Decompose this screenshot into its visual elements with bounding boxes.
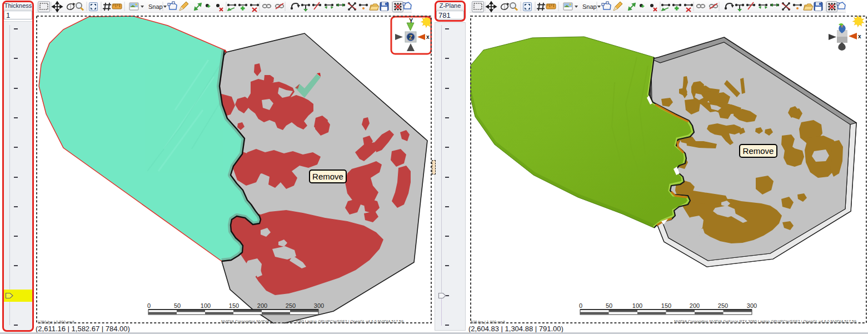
svg-text:Snap: Snap [582, 3, 597, 10]
svg-text:Snap: Snap [148, 3, 163, 10]
